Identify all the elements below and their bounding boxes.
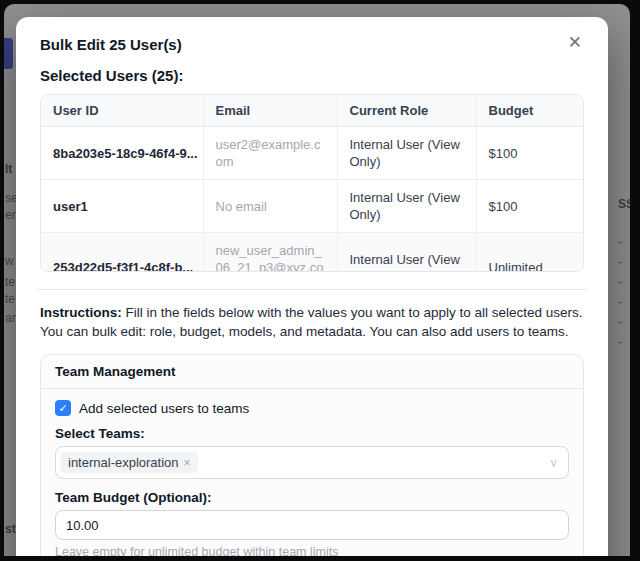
cell-email: user2@example.com [203,127,337,180]
add-users-to-teams-checkbox-row[interactable]: ✓ Add selected users to teams [55,400,569,416]
team-management-title: Team Management [41,355,583,389]
background-text-fragment: lt [5,162,12,176]
close-icon[interactable]: ✕ [566,34,584,52]
chevron-down-icon: ∨ [549,456,558,470]
bulk-edit-users-modal: Bulk Edit 25 User(s) ✕ Selected Users (2… [16,17,608,556]
tag-remove-icon[interactable]: × [184,457,191,469]
cell-user-id: user1 [41,180,203,233]
background-text-fragment: w [5,254,14,268]
background-cell-fragment: - [618,275,622,289]
table-row: 8ba203e5-18c9-46f4-9... user2@example.co… [41,127,584,180]
cell-role: Internal User (View Only) [337,233,476,273]
column-header-budget: Budget [476,95,584,127]
cell-budget: $100 [476,127,584,180]
background-text-fragment: er [5,208,16,222]
cell-role: Internal User (View Only) [337,127,476,180]
instructions-body: Fill in the fields below with the values… [40,305,583,339]
cell-email: No email [203,180,337,233]
team-budget-label: Team Budget (Optional): [55,490,569,505]
selected-users-label: Selected Users (25): [40,67,584,84]
background-cell-fragment: - [618,255,622,269]
cell-budget: $100 [476,180,584,233]
select-teams-input[interactable]: internal-exploration × ∨ [55,446,569,479]
selected-users-table: User ID Email Current Role Budget 8ba203… [41,95,584,272]
modal-header: Bulk Edit 25 User(s) ✕ [40,34,584,56]
table-row: user1 No email Internal User (View Only)… [41,180,584,233]
cell-budget: Unlimited [476,233,584,273]
cell-user-id: 8ba203e5-18c9-46f4-9... [41,127,203,180]
checkmark-icon: ✓ [58,403,67,414]
dimmed-background-page: lt se er w te te ar st SS - - - - - - Bu… [4,4,630,556]
instructions-text: Instructions: Fill in the fields below w… [40,303,584,341]
column-header-email: Email [203,95,337,127]
select-teams-label: Select Teams: [55,426,569,441]
table-header-row: User ID Email Current Role Budget [41,95,584,127]
background-text-fragment: te [5,275,15,289]
background-text-fragment: st [5,522,16,536]
table-row: 253d22d5-f3f1-4c8f-b... new_user_admin_0… [41,233,584,273]
column-header-current-role: Current Role [337,95,476,127]
budget-helper-text: Leave empty for unlimited budget within … [55,545,569,556]
team-tag[interactable]: internal-exploration × [61,452,198,473]
background-cell-fragment: - [618,295,622,309]
team-management-body: ✓ Add selected users to teams Select Tea… [41,389,583,556]
cell-user-id: 253d22d5-f3f1-4c8f-b... [41,233,203,273]
cell-role: Internal User (View Only) [337,180,476,233]
background-left-table-edge: lt se er w te te ar st [4,4,16,556]
background-cell-fragment: - [618,315,622,329]
team-tag-label: internal-exploration [68,455,179,470]
background-cell-fragment: - [618,235,622,249]
modal-title: Bulk Edit 25 User(s) [40,34,182,56]
checkbox-label: Add selected users to teams [79,401,249,416]
cell-email: new_user_admin_06_21_p3@xyz.com [203,233,337,273]
team-management-section: Team Management ✓ Add selected users to … [40,354,584,556]
background-column-header-fragment: SS [618,197,630,211]
team-budget-input[interactable] [55,510,569,540]
instructions-label: Instructions: [40,305,122,320]
background-text-fragment: ar [5,311,16,325]
background-text-fragment: te [5,292,15,306]
column-header-user-id: User ID [41,95,203,127]
background-cell-fragment: - [618,335,622,349]
section-divider [38,289,586,290]
selected-users-table-container[interactable]: User ID Email Current Role Budget 8ba203… [40,94,584,272]
checkbox-checked[interactable]: ✓ [55,400,71,416]
background-right-table-edge: SS - - - - - - [616,4,630,556]
